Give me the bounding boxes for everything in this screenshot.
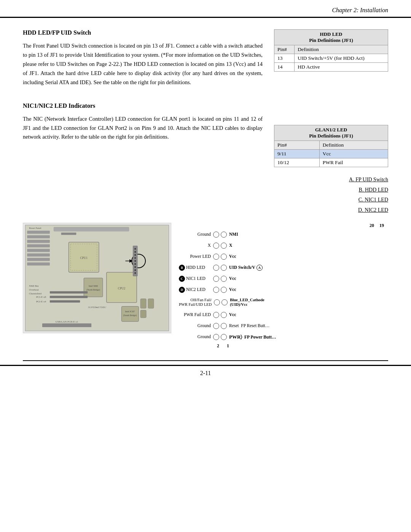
pin-right-nmi: NMI	[227, 232, 238, 237]
glan-table-col2: Definition	[319, 141, 388, 150]
header-title: Chapter 2: Installation	[332, 7, 388, 14]
svg-rect-24	[50, 296, 88, 298]
page-container: Chapter 2: Installation HDD LED/FP UID S…	[0, 0, 411, 532]
pin-row-ground-pwr: Ground PWR〉 FP Power Butt…	[179, 332, 388, 342]
pin-circle-right	[221, 243, 227, 249]
svg-point-38	[134, 267, 136, 268]
pin-circles	[213, 232, 227, 238]
svg-point-34	[134, 254, 136, 256]
hdd-pin-13: 13	[274, 54, 295, 63]
pin-circle-right	[221, 312, 227, 318]
pin-circle-left	[213, 276, 219, 282]
pin-circles	[213, 334, 227, 340]
svg-rect-8	[27, 258, 50, 261]
svg-text:ChassisIntrl: ChassisIntrl	[29, 292, 41, 295]
svg-text:NMI Btn: NMI Btn	[29, 284, 39, 288]
pin-right-x: X	[227, 243, 232, 248]
badge-b: B	[179, 265, 185, 271]
legend-item-d: D. NIC2 LED	[274, 205, 388, 216]
pin-left-nic2-led: D NIC2 LED	[179, 287, 213, 293]
bottom-num-1: 1	[223, 343, 233, 349]
legend-item-c: C. NIC1 LED	[274, 195, 388, 205]
right-column: HDD LED Pin Definitions (JF1) Pin# Defin…	[274, 29, 388, 215]
svg-text:CPU2: CPU2	[118, 287, 125, 290]
pin-left-pwr-fail-led: PWR Fail LED	[179, 312, 213, 318]
pin-circle-20	[213, 232, 219, 238]
main-content: HDD LED/FP UID Switch The Front Panel UI…	[0, 18, 411, 223]
hdd-table-col1: Pin#	[274, 45, 295, 54]
svg-rect-6	[27, 249, 50, 252]
board-diagram: CPU1 CPU2 Intel 5000 (North Bridge) Inte…	[23, 223, 171, 333]
glan-pin-911: 9/11	[274, 150, 320, 158]
svg-rect-42	[148, 299, 154, 308]
svg-rect-9	[27, 263, 50, 266]
badge-c: C	[179, 276, 185, 282]
hdd-def-13: UID Switch/+5V (for HDD Act)	[295, 54, 388, 63]
pin-circles	[213, 323, 227, 329]
pin-circles	[213, 276, 227, 282]
section2: NIC1/NIC2 LED Indicators The NIC (Networ…	[23, 102, 263, 142]
svg-rect-5	[27, 244, 50, 248]
board-svg: CPU1 CPU2 Intel 5000 (North Bridge) Inte…	[23, 223, 171, 333]
footer-divider	[23, 360, 388, 361]
pin-circle-left	[213, 312, 219, 318]
svg-rect-23	[50, 291, 88, 294]
col-num-20: 20	[367, 223, 377, 228]
hdd-table-col2: Definition	[295, 45, 388, 54]
pin-circle-right	[221, 287, 227, 293]
pin-circles	[213, 254, 227, 260]
svg-rect-7	[27, 254, 50, 257]
pin-circle-right	[221, 276, 227, 282]
badge-a: A	[256, 265, 263, 271]
fp-power-butt-label: FP Power Butt…	[243, 335, 276, 339]
hdd-led-with-badge: B HDD LED	[179, 265, 211, 271]
table-row: 9/11 Vcc	[274, 150, 388, 158]
legend-area: A. FP UID Switch B. HDD LED C. NIC1 LED …	[274, 175, 388, 215]
pin-right-blue-led: Blue_LED_Cathode(UID)/Vcc	[228, 298, 264, 307]
legend-item-a: A. FP UID Switch	[274, 175, 388, 185]
pin-circles	[213, 312, 227, 318]
pin-left-hdd-led: B HDD LED	[179, 265, 213, 271]
svg-rect-4	[27, 240, 50, 243]
pin-left-power-led: Power LED	[179, 254, 213, 259]
pin-circle-right	[221, 334, 227, 340]
pin-circle-left	[213, 243, 219, 249]
svg-point-37	[134, 264, 136, 265]
pin-left-ground-reset: Ground	[179, 323, 213, 329]
svg-point-39	[134, 270, 136, 271]
pin-left-x: X	[179, 243, 213, 248]
svg-point-36	[134, 260, 136, 262]
pin-row-pwr-fail-led: PWR Fail LED Vcc	[179, 310, 388, 320]
svg-point-32	[134, 248, 136, 250]
pin-circle-left	[213, 287, 219, 293]
hdd-def-14: HD Active	[295, 63, 388, 72]
bottom-numbers: 2 1	[179, 343, 388, 349]
section2-heading: NIC1/NIC2 LED Indicators	[23, 102, 263, 109]
pin-right-vcc: Vcc	[227, 254, 236, 259]
pin-row-nic2-led: D NIC2 LED Vcc	[179, 284, 388, 295]
pin-row-x: X X	[179, 240, 388, 251]
hdd-led-table: HDD LED Pin Definitions (JF1) Pin# Defin…	[274, 29, 388, 72]
svg-text:Intel 5000: Intel 5000	[89, 285, 98, 287]
svg-rect-17	[84, 278, 103, 297]
pin-left-oh-fan: OH/Fan Fail/PWR Fail/UID LED	[179, 298, 214, 307]
pwr-arrow-icon: PWR〉	[229, 334, 242, 340]
svg-rect-11	[61, 233, 76, 235]
pin-row-ground-reset: Ground Reset FP Reset Butt…	[179, 321, 388, 331]
nic2-led-with-badge: D NIC2 LED	[179, 287, 211, 293]
pin-circle-left	[213, 334, 219, 340]
svg-point-33	[134, 251, 136, 253]
uid-switch-text: UID Switch/V	[229, 265, 255, 270]
section1-heading: HDD LED/FP UID Switch	[23, 29, 263, 36]
pin-circle-left	[213, 254, 219, 260]
svg-point-35	[134, 257, 136, 259]
pin-circle-left	[213, 323, 219, 329]
section1: HDD LED/FP UID Switch The Front Panel UI…	[23, 29, 263, 87]
pin-right-vcc-pwr: Vcc	[227, 312, 236, 318]
legend-item-b: B. HDD LED	[274, 185, 388, 195]
page-number: 2-11	[200, 370, 211, 376]
col-num-19: 19	[377, 223, 387, 228]
diagram-section: CPU1 CPU2 Intel 5000 (North Bridge) Inte…	[0, 223, 411, 356]
glan-table-col1: Pin#	[274, 141, 320, 150]
table-row: 14 HD Active	[274, 63, 388, 72]
